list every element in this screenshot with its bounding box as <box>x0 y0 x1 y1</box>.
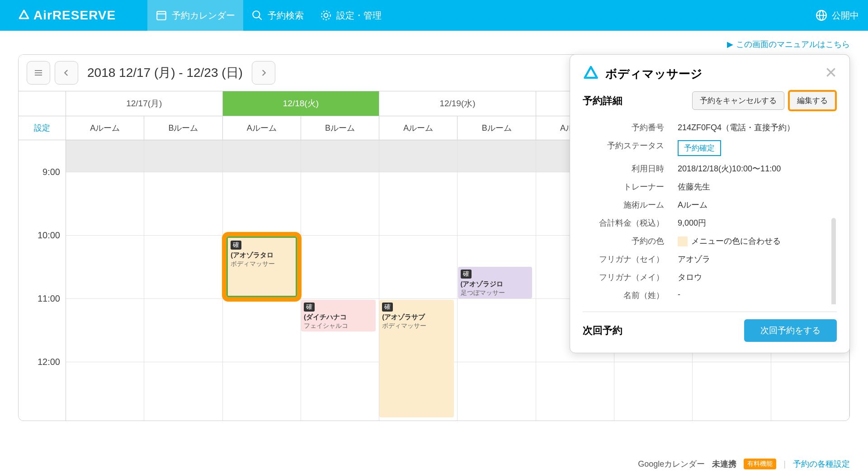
manual-link[interactable]: ▶ この画面のマニュアルはこちら <box>727 39 850 50</box>
time-label: 11:00 <box>38 293 60 304</box>
panel-logo-icon <box>583 66 599 82</box>
time-label: 10:00 <box>38 230 60 241</box>
gcal-status: 未連携 <box>712 459 736 469</box>
detail-value: メニューの色に合わせる <box>678 236 837 246</box>
hamburger-icon <box>33 67 44 78</box>
room-header: Bルーム <box>458 116 536 140</box>
room-header: Bルーム <box>144 116 222 140</box>
chevron-left-icon <box>62 69 71 77</box>
calendar-icon <box>156 9 167 21</box>
svg-point-5 <box>321 11 330 20</box>
column-settings-link[interactable]: 設定 <box>19 116 66 140</box>
brand-logo: AirRESERVE <box>18 8 116 23</box>
event[interactable]: 確 (ダイチハナコ フェイシャルコ <box>301 300 376 331</box>
detail-value: - <box>678 290 837 301</box>
room-header: Aルーム <box>379 116 458 140</box>
detail-value: タロウ <box>678 272 837 283</box>
nav-calendar[interactable]: 予約カレンダー <box>147 0 243 31</box>
detail-label: 施術ルーム <box>583 199 678 210</box>
detail-label: 合計料金（税込） <box>583 218 678 228</box>
detail-label: 名前（姓） <box>583 290 678 301</box>
next-week-button[interactable] <box>252 61 275 85</box>
cancel-reservation-button[interactable]: 予約をキャンセルする <box>692 91 784 110</box>
prev-week-button[interactable] <box>55 61 78 85</box>
menu-button[interactable] <box>27 61 50 85</box>
detail-label: フリガナ（メイ） <box>583 272 678 283</box>
publish-status[interactable]: 公開中 <box>816 9 859 22</box>
gcal-label: Googleカレンダー <box>638 459 705 469</box>
event[interactable]: 確 (アオゾラサブ ボディマッサー <box>379 300 454 417</box>
close-icon <box>825 66 837 78</box>
globe-icon <box>816 9 827 21</box>
next-reservation-title: 次回予約 <box>583 324 744 337</box>
svg-point-2 <box>253 11 259 18</box>
detail-value: 佐藤先生 <box>678 181 837 192</box>
detail-value: Aルーム <box>678 199 837 210</box>
room-header: Bルーム <box>301 116 379 140</box>
date-range: 2018 12/17 (月) - 12/23 (日) <box>87 64 243 81</box>
next-reservation-button[interactable]: 次回予約をする <box>744 319 837 342</box>
nav-search[interactable]: 予約検索 <box>243 0 312 31</box>
chevron-right-icon <box>259 69 268 77</box>
reservation-detail-panel: ボディマッサージ 予約詳細 予約をキャンセルする 編集する 予約番号214ZF0… <box>570 54 850 353</box>
room-header: Aルーム <box>223 116 301 140</box>
day-header: 12/19(水) <box>379 91 536 116</box>
top-nav: AirRESERVE 予約カレンダー 予約検索 設定・管理 公開中 <box>0 0 868 31</box>
detail-value: 2018/12/18(火)10:00〜11:00 <box>678 163 837 174</box>
detail-label: フリガナ（セイ） <box>583 254 678 265</box>
paid-badge: 有料機能 <box>744 459 776 469</box>
detail-value: 214ZF0FQ4（電話・直接予約） <box>678 122 837 133</box>
search-icon <box>251 9 263 21</box>
footer: Googleカレンダー 未連携 有料機能 | 予約の各種設定 <box>638 459 850 469</box>
time-label: 12:00 <box>38 357 60 367</box>
edit-button[interactable]: 編集する <box>788 90 837 111</box>
panel-scrollbar[interactable] <box>831 218 836 304</box>
detail-label: 利用日時 <box>583 163 678 174</box>
svg-rect-0 <box>157 11 166 19</box>
status-badge: 予約確定 <box>678 140 721 156</box>
reservation-settings-link[interactable]: 予約の各種設定 <box>793 459 850 469</box>
section-title: 予約詳細 <box>583 94 692 108</box>
detail-value: アオゾラ <box>678 254 837 265</box>
day-header: 12/17(月) <box>66 91 223 116</box>
detail-label: 予約ステータス <box>583 140 678 156</box>
nav-settings[interactable]: 設定・管理 <box>312 0 390 31</box>
panel-title: ボディマッサージ <box>605 66 819 82</box>
time-label: 9:00 <box>42 167 60 177</box>
gear-icon <box>320 9 332 21</box>
logo-icon <box>18 9 30 21</box>
event-selected[interactable]: 確 (アオゾラタロ ボディマッサー <box>226 236 297 297</box>
close-button[interactable] <box>825 66 837 81</box>
event[interactable]: 確 (アオゾラジロ 足つぼマッサー <box>458 267 533 298</box>
detail-value: 9,000円 <box>678 218 837 228</box>
svg-line-3 <box>259 17 262 20</box>
detail-label: 予約の色 <box>583 236 678 246</box>
day-header-today: 12/18(火) <box>223 91 380 116</box>
color-chip <box>678 236 688 246</box>
detail-label: トレーナー <box>583 181 678 192</box>
detail-label: 予約番号 <box>583 122 678 133</box>
room-header: Aルーム <box>66 116 144 140</box>
svg-point-4 <box>324 14 328 18</box>
